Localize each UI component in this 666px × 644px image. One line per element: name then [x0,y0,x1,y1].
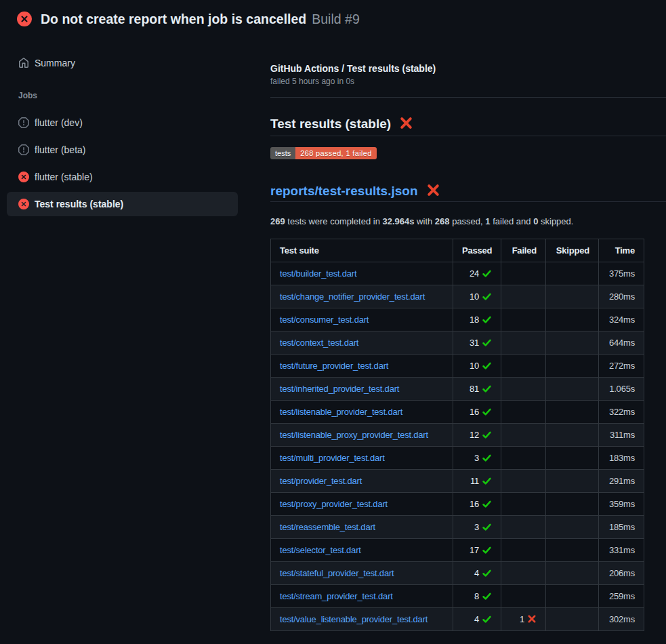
passed-count: 16 [470,407,479,417]
cell-passed: 24 [453,262,501,285]
test-suite-link[interactable]: test/reassemble_test.dart [280,522,375,532]
cell-failed [501,562,546,585]
cell-failed [501,355,546,378]
report-link[interactable]: reports/test-results.json [270,184,418,198]
sidebar-item-label: flutter (beta) [35,144,85,155]
cell-failed [501,308,546,331]
summary-text: failed and [491,216,534,226]
cell-passed: 31 [453,331,501,355]
cell-time: 259ms [599,585,644,608]
test-suite-link[interactable]: test/listenable_provider_test.dart [280,407,402,417]
sidebar-item-job[interactable]: Test results (stable) [7,192,238,216]
failed-count: 1 [485,216,490,226]
test-suite-link[interactable]: test/provider_test.dart [280,476,362,486]
col-test-suite: Test suite [271,239,453,262]
table-row: test/change_notifier_provider_test.dart1… [271,285,644,308]
failed-cross-icon [399,116,413,130]
cell-test-suite: test/proxy_provider_test.dart [271,493,453,516]
cell-failed [501,447,546,470]
test-suite-link[interactable]: test/context_test.dart [280,338,358,348]
cell-passed: 16 [453,493,501,516]
cell-passed: 10 [453,285,501,308]
cell-skipped [546,424,599,447]
sidebar-item-job[interactable]: flutter (dev) [7,110,238,135]
job-cancelled-icon [18,117,29,128]
sidebar-item-label: Test results (stable) [35,199,123,209]
passed-count: 8 [474,591,479,601]
sidebar-item-job[interactable]: flutter (stable) [7,165,238,189]
table-row: test/multi_provider_test.dart3183ms [271,447,644,470]
table-row: test/inherited_provider_test.dart811.065… [271,378,644,401]
failed-cross-icon [426,183,440,197]
cell-skipped [546,539,599,562]
test-suite-link[interactable]: test/change_notifier_provider_test.dart [280,291,425,302]
cell-skipped [546,516,599,539]
total-time: 32.964s [383,216,415,226]
job-cancelled-icon [18,144,29,155]
cell-skipped [546,585,599,608]
summary-text: tests were completed in [285,216,383,226]
test-suite-link[interactable]: test/consumer_test.dart [280,315,369,325]
cell-skipped [546,331,599,355]
cell-skipped [546,493,599,516]
cell-time: 324ms [599,308,644,331]
check-icon [482,614,492,624]
test-suite-link[interactable]: test/stateful_provider_test.dart [280,568,394,578]
cell-time: 359ms [599,493,644,516]
cell-failed [501,493,546,516]
test-suite-link[interactable]: test/proxy_provider_test.dart [280,499,388,509]
passed-count: 3 [474,522,479,532]
col-time: Time [599,239,644,262]
test-suite-link[interactable]: test/future_provider_test.dart [280,361,388,371]
cell-test-suite: test/reassemble_test.dart [271,516,453,539]
test-suite-link[interactable]: test/builder_test.dart [280,268,356,279]
home-icon [18,58,29,68]
test-suite-link[interactable]: test/selector_test.dart [280,545,361,555]
jobs-section-label: Jobs [18,91,270,100]
test-suite-link[interactable]: test/listenable_proxy_provider_test.dart [280,430,428,440]
test-suite-link[interactable]: test/stream_provider_test.dart [280,591,393,601]
cell-test-suite: test/consumer_test.dart [271,308,453,331]
table-row: test/stateful_provider_test.dart4206ms [271,562,644,585]
cell-test-suite: test/builder_test.dart [271,262,453,285]
col-skipped: Skipped [546,239,599,262]
check-icon [482,291,492,302]
cell-failed [501,378,546,401]
table-row: test/context_test.dart31644ms [271,331,644,355]
check-run-meta: failed 5 hours ago in 0s [270,75,666,87]
test-suite-link[interactable]: test/value_listenable_provider_test.dart [280,614,428,624]
job-failed-icon [18,199,29,209]
check-icon [482,476,492,486]
passed-count: 10 [470,361,479,371]
test-suite-link[interactable]: test/inherited_provider_test.dart [280,384,399,394]
cell-passed: 3 [453,447,501,470]
cell-test-suite: test/stateful_provider_test.dart [271,562,453,585]
cell-passed: 81 [453,378,501,401]
test-suite-link[interactable]: test/multi_provider_test.dart [280,453,385,463]
passed-count: 3 [474,453,479,463]
cell-time: 375ms [599,262,644,285]
sidebar-item-summary[interactable]: Summary [7,51,238,75]
cell-skipped [546,401,599,424]
cell-failed [501,539,546,562]
run-failed-icon [17,12,32,26]
cell-failed [501,585,546,608]
cell-passed: 18 [453,308,501,331]
check-icon [482,338,492,348]
passed-count: 12 [470,430,479,440]
table-row: test/selector_test.dart17331ms [271,539,644,562]
cell-skipped [546,285,599,308]
passed-count: 11 [470,476,479,486]
cell-time: 185ms [599,516,644,539]
check-icon [482,315,492,325]
cell-failed [501,424,546,447]
cell-skipped [546,608,599,631]
passed-count: 18 [470,315,479,325]
sidebar-item-job[interactable]: flutter (beta) [7,138,238,162]
job-failed-icon [18,172,29,182]
cell-test-suite: test/context_test.dart [271,331,453,355]
cell-failed [501,262,546,285]
passed-count: 17 [470,545,479,555]
check-icon [482,384,492,394]
cell-time: 644ms [599,331,644,355]
